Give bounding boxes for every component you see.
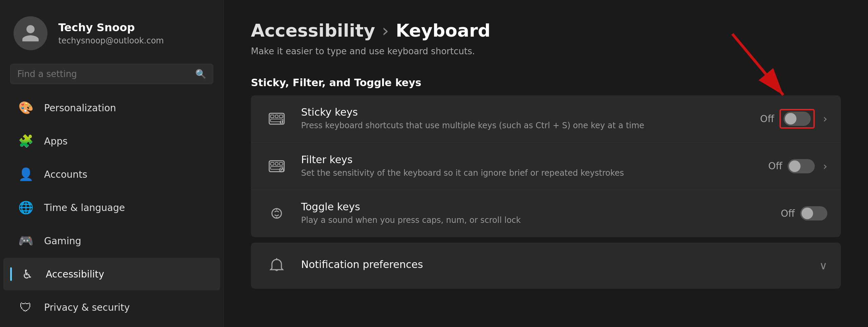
main-content: Accessibility › Keyboard Make it easier …	[224, 0, 868, 327]
time-language-icon: 🌐	[17, 199, 35, 216]
accessibility-icon: ♿	[19, 265, 36, 283]
accounts-icon: 👤	[17, 166, 35, 183]
filter-keys-icon	[264, 154, 289, 178]
profile-info: Techy Snoop techysnoop@outlook.com	[58, 21, 164, 45]
nav-list: 🎨 Personalization 🧩 Apps 👤 Accounts 🌐 Ti…	[0, 91, 223, 327]
search-icon: 🔍	[195, 69, 206, 79]
sidebar-item-gaming[interactable]: 🎮 Gaming	[3, 225, 220, 257]
section-title-sticky: Sticky, Filter, and Toggle keys	[251, 77, 841, 89]
svg-rect-10	[271, 162, 274, 165]
apps-icon: 🧩	[17, 132, 35, 150]
personalization-icon: 🎨	[17, 99, 35, 117]
sticky-keys-control: Off ›	[760, 109, 827, 129]
sticky-keys-icon	[264, 107, 289, 131]
sticky-keys-desc: Press keyboard shortcuts that use multip…	[301, 120, 748, 132]
filter-keys-state: Off	[768, 160, 782, 172]
toggle-keys-state: Off	[781, 208, 795, 219]
sidebar-item-accounts[interactable]: 👤 Accounts	[3, 158, 220, 191]
gaming-icon: 🎮	[17, 232, 35, 250]
sidebar-item-windows-update[interactable]: 🔄 Windows Update	[3, 324, 220, 327]
filter-keys-control: Off ›	[768, 159, 827, 173]
sidebar-item-privacy-security[interactable]: 🛡 Privacy & security	[3, 291, 220, 324]
sticky-keys-toggle-thumb	[785, 113, 796, 124]
svg-rect-12	[279, 162, 283, 165]
sidebar-item-label: Accessibility	[46, 269, 104, 280]
notification-preferences-text: Notification preferences	[301, 258, 807, 272]
privacy-security-icon: 🛡	[17, 299, 35, 316]
toggle-keys-title: Toggle keys	[301, 201, 769, 213]
sidebar-item-apps[interactable]: 🧩 Apps	[3, 125, 220, 157]
sidebar-item-label: Privacy & security	[44, 302, 130, 313]
profile-name: Techy Snoop	[58, 21, 164, 34]
profile-section: Techy Snoop techysnoop@outlook.com	[0, 0, 223, 64]
toggle-keys-text: Toggle keys Play a sound when you press …	[301, 201, 769, 226]
breadcrumb-parent: Accessibility	[251, 20, 375, 41]
filter-keys-text: Filter keys Set the sensitivity of the k…	[301, 154, 756, 179]
filter-keys-title: Filter keys	[301, 154, 756, 166]
filter-keys-row[interactable]: Filter keys Set the sensitivity of the k…	[251, 143, 841, 190]
breadcrumb-separator: ›	[382, 20, 389, 41]
svg-point-16	[272, 209, 281, 218]
notification-icon	[264, 253, 289, 278]
sticky-keys-chevron: ›	[823, 112, 827, 125]
notification-preferences-chevron: ∨	[820, 259, 827, 272]
search-box[interactable]: 🔍	[10, 64, 213, 84]
toggle-keys-row[interactable]: Toggle keys Play a sound when you press …	[251, 190, 841, 237]
sticky-filter-toggle-card: Sticky keys Press keyboard shortcuts tha…	[251, 95, 841, 237]
sticky-keys-title: Sticky keys	[301, 106, 748, 118]
sidebar-item-accessibility[interactable]: ♿ Accessibility	[3, 258, 220, 290]
svg-rect-11	[275, 162, 278, 165]
filter-keys-toggle[interactable]	[788, 159, 815, 173]
sidebar-item-label: Time & language	[44, 202, 125, 213]
sticky-keys-text: Sticky keys Press keyboard shortcuts tha…	[301, 106, 748, 132]
page-subtitle: Make it easier to type and use keyboard …	[251, 46, 841, 56]
avatar-icon	[20, 23, 41, 43]
notification-preferences-row[interactable]: Notification preferences ∨	[251, 243, 841, 289]
breadcrumb: Accessibility › Keyboard	[251, 20, 841, 41]
toggle-keys-toggle[interactable]	[800, 206, 827, 220]
profile-email: techysnoop@outlook.com	[58, 36, 164, 45]
sidebar: Techy Snoop techysnoop@outlook.com 🔍 🎨 P…	[0, 0, 224, 327]
sticky-keys-row[interactable]: Sticky keys Press keyboard shortcuts tha…	[251, 95, 841, 143]
sidebar-item-label: Gaming	[44, 235, 81, 247]
sidebar-item-personalization[interactable]: 🎨 Personalization	[3, 92, 220, 124]
sticky-keys-toggle[interactable]	[784, 112, 811, 126]
filter-keys-toggle-thumb	[789, 160, 801, 172]
breadcrumb-current: Keyboard	[396, 20, 490, 41]
toggle-keys-icon	[264, 201, 289, 226]
toggle-keys-toggle-thumb	[802, 208, 813, 219]
toggle-keys-control: Off	[781, 206, 827, 220]
sticky-keys-highlight	[780, 109, 815, 129]
sidebar-item-time-language[interactable]: 🌐 Time & language	[3, 191, 220, 224]
notification-preferences-control: ∨	[820, 259, 827, 272]
avatar	[14, 16, 47, 50]
svg-rect-5	[279, 115, 283, 118]
sidebar-item-label: Apps	[44, 136, 67, 147]
search-input[interactable]	[17, 69, 190, 79]
svg-rect-3	[271, 115, 274, 118]
sidebar-item-label: Accounts	[44, 169, 87, 180]
notification-preferences-title: Notification preferences	[301, 258, 807, 270]
toggle-keys-desc: Play a sound when you press caps, num, o…	[301, 215, 769, 226]
sticky-keys-state: Off	[760, 113, 774, 124]
filter-keys-chevron: ›	[823, 160, 827, 173]
filter-keys-desc: Set the sensitivity of the keyboard so i…	[301, 168, 756, 179]
notification-preferences-card: Notification preferences ∨	[251, 243, 841, 289]
svg-rect-4	[275, 115, 278, 118]
sidebar-item-label: Personalization	[44, 102, 116, 114]
